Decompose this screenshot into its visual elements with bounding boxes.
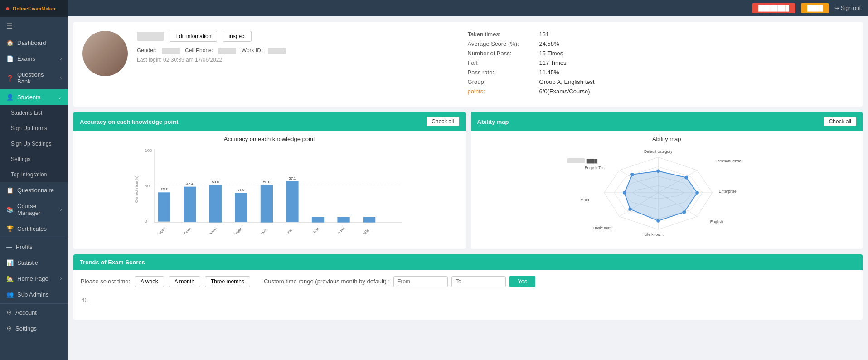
svg-point-56 xyxy=(682,210,686,214)
svg-text:Enterprise: Enterprise xyxy=(718,189,736,194)
cell-value xyxy=(218,48,236,54)
sidebar-item-dashboard[interactable]: 🏠 Dashboard xyxy=(0,35,68,51)
sidebar-item-questionnaire[interactable]: 📋 Questionnaire xyxy=(0,182,68,198)
ability-check-all-button[interactable]: Check all xyxy=(824,117,856,126)
profile-card: Edit infomation inspect Gender: Cell Pho… xyxy=(73,22,863,107)
account-icon: ⚙ xyxy=(6,309,12,316)
svg-text:Default category: Default category xyxy=(644,149,672,154)
trends-header: Trends of Exam Scores xyxy=(73,254,863,270)
sidebar-item-settings-sub[interactable]: Settings xyxy=(0,151,68,167)
svg-text:Math: Math xyxy=(580,198,589,202)
svg-rect-9 xyxy=(184,187,196,222)
questions-icon: ❓ xyxy=(6,75,14,82)
topbar-button-2[interactable]: ████ xyxy=(801,3,829,13)
svg-rect-15 xyxy=(235,193,247,222)
ability-map-card: Ability map Check all Ability map ████ D… xyxy=(471,112,863,249)
sidebar-item-label: Sub Admins xyxy=(17,291,48,298)
svg-text:CommonSense: CommonSense xyxy=(175,226,192,234)
sidebar-item-label: Questions Bank xyxy=(17,71,57,85)
sidebar-item-label: Exams xyxy=(17,55,35,62)
accuracy-chart-header: Accuracy on each knowledge point Check a… xyxy=(73,112,466,131)
sidebar-item-certificates[interactable]: 🏆 Certificates xyxy=(0,221,68,237)
chevron-down-icon: ⌄ xyxy=(58,95,62,100)
course-icon: 📚 xyxy=(6,206,14,213)
inspect-button[interactable]: inspect xyxy=(223,31,252,42)
svg-text:Correct rate(%): Correct rate(%) xyxy=(134,175,139,203)
sidebar-item-students[interactable]: 👤 Students ⌄ xyxy=(0,89,68,105)
svg-text:高级知...: 高级知... xyxy=(360,227,371,234)
svg-text:English: English xyxy=(710,219,723,224)
signout-button[interactable]: ↪ Sign out xyxy=(834,5,861,11)
svg-text:████: ████ xyxy=(586,159,597,164)
custom-range: Custom time range (previous month by def… xyxy=(264,276,535,287)
sidebar-logo: ● OnlineExamMaker xyxy=(0,0,68,17)
trends-y-label: 40 xyxy=(82,297,87,303)
sidebar-item-sub-admins[interactable]: 👥 Sub Admins xyxy=(0,287,68,302)
certificates-icon: 🏆 xyxy=(6,225,14,232)
svg-point-58 xyxy=(628,207,632,211)
svg-text:Default category: Default category xyxy=(148,226,166,234)
sidebar-item-account[interactable]: ⚙ Account xyxy=(0,305,68,321)
from-date-input[interactable] xyxy=(393,276,448,287)
edit-information-button[interactable]: Edit infomation xyxy=(170,31,217,42)
accuracy-check-all-button[interactable]: Check all xyxy=(427,117,459,126)
profile-stats: Taken times: 131 Average Score (%): 24.5… xyxy=(468,31,853,97)
stat-taken-times: Taken times: 131 xyxy=(468,31,853,38)
svg-point-57 xyxy=(656,219,660,223)
sidebar-item-questions-bank[interactable]: ❓ Questions Bank › xyxy=(0,67,68,89)
month-button[interactable]: A month xyxy=(169,276,200,287)
profile-info: Edit infomation inspect Gender: Cell Pho… xyxy=(137,31,459,63)
accuracy-chart-card: Accuracy on each knowledge point Check a… xyxy=(73,112,466,249)
topbar-button-1[interactable]: ████████ xyxy=(752,3,795,13)
svg-text:100: 100 xyxy=(145,148,152,153)
svg-text:Math: Math xyxy=(313,226,320,234)
svg-rect-18 xyxy=(261,185,273,223)
cell-label: Cell Phone: xyxy=(185,47,213,54)
signout-label: Sign out xyxy=(841,5,861,11)
sidebar-item-statistic[interactable]: 📊 Statistic xyxy=(0,255,68,271)
sidebar-item-label: Settings xyxy=(11,156,30,162)
sidebar-item-label: Students List xyxy=(11,110,42,116)
workid-value xyxy=(268,48,286,54)
ability-map-header: Ability map Check all xyxy=(471,112,863,131)
bar-default-category xyxy=(158,192,170,221)
to-date-input[interactable] xyxy=(451,276,506,287)
gender-label: Gender: xyxy=(137,47,156,54)
svg-rect-26 xyxy=(337,217,349,223)
three-months-button[interactable]: Three months xyxy=(205,276,250,287)
logo-text: OnlineExamMaker xyxy=(13,6,56,11)
sidebar-item-signup-settings[interactable]: Sign Up Settings xyxy=(0,136,68,151)
sidebar-item-settings[interactable]: ⚙ Settings xyxy=(0,321,68,336)
sidebar-item-course-manager[interactable]: 📚 Course Manager › xyxy=(0,198,68,221)
statistic-icon: 📊 xyxy=(6,259,14,266)
svg-text:47.4: 47.4 xyxy=(186,182,194,186)
homepage-icon: 🏡 xyxy=(6,275,14,282)
trends-title: Trends of Exam Scores xyxy=(80,259,145,266)
yes-button[interactable]: Yes xyxy=(509,276,535,287)
sidebar-item-profits[interactable]: — Profits xyxy=(0,239,68,255)
radar-chart-svg: ████ Default category CommonSense Enterp… xyxy=(475,145,858,240)
sidebar-item-students-list[interactable]: Students List xyxy=(0,105,68,121)
week-button[interactable]: A week xyxy=(135,276,164,287)
svg-point-55 xyxy=(695,191,699,195)
sidebar-item-top-integration[interactable]: Top Integration xyxy=(0,167,68,182)
stat-pass-count: Number of Pass: 15 Times xyxy=(468,50,853,57)
svg-rect-28 xyxy=(363,217,375,223)
svg-rect-12 xyxy=(209,185,222,223)
chevron-right-icon: › xyxy=(60,76,62,81)
svg-text:Life know...: Life know... xyxy=(255,227,268,234)
svg-rect-21 xyxy=(286,181,298,222)
students-icon: 👤 xyxy=(6,94,14,101)
svg-text:50: 50 xyxy=(145,183,150,188)
sidebar-item-signup-forms[interactable]: Sign Up Forms xyxy=(0,121,68,136)
chevron-right-icon: › xyxy=(60,207,62,212)
sidebar-item-exams[interactable]: 📄 Exams › xyxy=(0,51,68,67)
logo-dot: ● xyxy=(5,5,10,13)
custom-range-label: Custom time range (previous month by def… xyxy=(264,278,390,285)
sidebar-item-homepage[interactable]: 🏡 Home Page › xyxy=(0,271,68,287)
sidebar-item-label: Top Integration xyxy=(11,171,47,178)
exams-icon: 📄 xyxy=(6,55,14,62)
sidebar-item-label: Account xyxy=(15,309,37,316)
stat-fail: Fail: 117 Times xyxy=(468,59,853,66)
hamburger-menu[interactable]: ☰ xyxy=(0,17,68,35)
